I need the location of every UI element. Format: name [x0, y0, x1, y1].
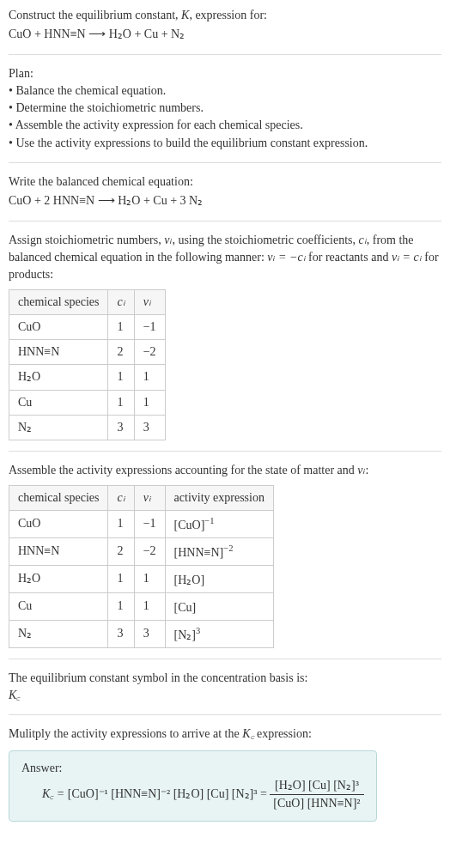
activity-heading-suffix: : [366, 464, 369, 476]
answer-expression: K꜀ = [CuO]⁻¹ [HNN≡N]⁻² [H₂O] [Cu] [N₂]³ … [42, 777, 364, 813]
kc-symbol: K꜀ [9, 687, 441, 704]
plan-heading: Plan: [9, 65, 441, 82]
cell: 1 [108, 390, 134, 415]
table-header-row: chemical species cᵢ νᵢ activity expressi… [9, 485, 274, 510]
act-base: [H₂O] [174, 574, 205, 586]
cell: 3 [108, 620, 134, 647]
col-ci: cᵢ [108, 485, 134, 510]
cell-activity: [H₂O] [165, 565, 273, 592]
cell: 3 [108, 416, 134, 440]
assign-part: , using the stoichiometric coefficients, [172, 234, 358, 246]
question-heading: Construct the equilibrium constant, K, e… [9, 7, 441, 24]
assign-part: Assign stoichiometric numbers, [9, 234, 164, 246]
cell-activity: [N₂]3 [165, 620, 273, 647]
divider [9, 451, 441, 452]
table-header-row: chemical species cᵢ νᵢ [9, 289, 166, 314]
stoich-table: chemical species cᵢ νᵢ CuO1−1 HNN≡N2−2 H… [9, 289, 166, 441]
cell: Cu [9, 592, 108, 620]
divider [9, 714, 441, 715]
act-exp: 3 [196, 626, 200, 635]
assign-part: for reactants and [306, 251, 392, 264]
balanced-equation: CuO + 2 HNN≡N ⟶ H₂O + Cu + 3 N₂ [9, 192, 441, 209]
act-base: [Cu] [174, 600, 197, 613]
divider [9, 54, 441, 55]
assign-ci: cᵢ [359, 234, 367, 246]
divider [9, 221, 441, 222]
divider [9, 162, 441, 163]
table-row: Cu 1 1 [Cu] [9, 592, 274, 620]
answer-flat: [CuO]⁻¹ [HNN≡N]⁻² [H₂O] [Cu] [N₂]³ = [68, 787, 271, 800]
cell: HNN≡N [9, 537, 108, 565]
answer-fraction: [H₂O] [Cu] [N₂]³ [CuO] [HNN≡N]² [270, 777, 363, 813]
cell: N₂ [9, 620, 108, 647]
activity-table: chemical species cᵢ νᵢ activity expressi… [9, 485, 274, 648]
multiply-kc: K꜀ [242, 727, 253, 740]
col-species: chemical species [9, 289, 108, 314]
cell: 1 [134, 592, 165, 620]
cell: −2 [134, 537, 165, 565]
cell: 3 [134, 620, 165, 647]
cell: H₂O [9, 565, 108, 592]
table-row: HNN≡N2−2 [9, 340, 166, 365]
fraction-numerator: [H₂O] [Cu] [N₂]³ [270, 777, 363, 795]
act-base: [CuO] [174, 519, 205, 531]
cell: 2 [108, 340, 134, 365]
heading-prefix: Construct the equilibrium constant, [9, 9, 181, 21]
cell: N₂ [9, 416, 108, 440]
col-species: chemical species [9, 485, 108, 510]
cell: Cu [9, 390, 108, 415]
assign-rel: νᵢ = −cᵢ [267, 251, 305, 264]
table-row: N₂ 3 3 [N₂]3 [9, 620, 274, 647]
heading-suffix: , expression for: [189, 9, 267, 21]
table-row: H₂O 1 1 [H₂O] [9, 565, 274, 592]
table-row: HNN≡N 2 −2 [HNN≡N]−2 [9, 537, 274, 565]
table-row: CuO1−1 [9, 314, 166, 339]
table-row: H₂O11 [9, 365, 166, 390]
activity-heading: Assemble the activity expressions accoun… [9, 462, 441, 479]
cell: −1 [134, 314, 165, 339]
cell: 1 [108, 565, 134, 592]
answer-label: Answer: [21, 760, 364, 777]
cell: H₂O [9, 365, 108, 390]
cell: −2 [134, 340, 165, 365]
assign-text: Assign stoichiometric numbers, νᵢ, using… [9, 232, 441, 284]
divider [9, 659, 441, 659]
activity-heading-prefix: Assemble the activity expressions accoun… [9, 464, 357, 476]
col-ci: cᵢ [108, 289, 134, 314]
plan-item: • Use the activity expressions to build … [9, 135, 441, 152]
col-nu: νᵢ [134, 289, 165, 314]
cell-activity: [Cu] [165, 592, 273, 620]
fraction-denominator: [CuO] [HNN≡N]² [270, 795, 363, 812]
multiply-prefix: Mulitply the activity expressions to arr… [9, 727, 242, 740]
cell-activity: [CuO]−1 [165, 510, 273, 537]
cell: 1 [108, 365, 134, 390]
answer-lhs: K꜀ = [42, 787, 68, 800]
unbalanced-equation: CuO + HNN≡N ⟶ H₂O + Cu + N₂ [9, 26, 441, 43]
assign-rel: νᵢ = cᵢ [392, 251, 422, 264]
cell: 1 [108, 314, 134, 339]
multiply-suffix: expression: [254, 727, 312, 740]
act-exp: −1 [204, 516, 214, 525]
table-row: Cu11 [9, 390, 166, 415]
heading-K: K [181, 9, 189, 21]
kc-intro-line: The equilibrium constant symbol in the c… [9, 670, 441, 687]
cell: CuO [9, 314, 108, 339]
plan-item: • Assemble the activity expression for e… [9, 117, 441, 134]
cell: 2 [108, 537, 134, 565]
cell: CuO [9, 510, 108, 537]
multiply-line: Mulitply the activity expressions to arr… [9, 725, 441, 743]
table-row: N₂33 [9, 416, 166, 440]
answer-box: Answer: K꜀ = [CuO]⁻¹ [HNN≡N]⁻² [H₂O] [Cu… [9, 750, 377, 822]
cell: −1 [134, 510, 165, 537]
table-row: CuO 1 −1 [CuO]−1 [9, 510, 274, 537]
act-base: [N₂] [174, 628, 196, 640]
col-activity: activity expression [165, 485, 273, 510]
col-nu: νᵢ [134, 485, 165, 510]
plan-item: • Balance the chemical equation. [9, 82, 441, 100]
act-base: [HNN≡N] [174, 546, 224, 559]
activity-heading-nu: νᵢ [357, 464, 365, 476]
cell: 1 [134, 565, 165, 592]
act-exp: −2 [223, 543, 233, 553]
cell: 1 [134, 390, 165, 415]
cell: 1 [134, 365, 165, 390]
